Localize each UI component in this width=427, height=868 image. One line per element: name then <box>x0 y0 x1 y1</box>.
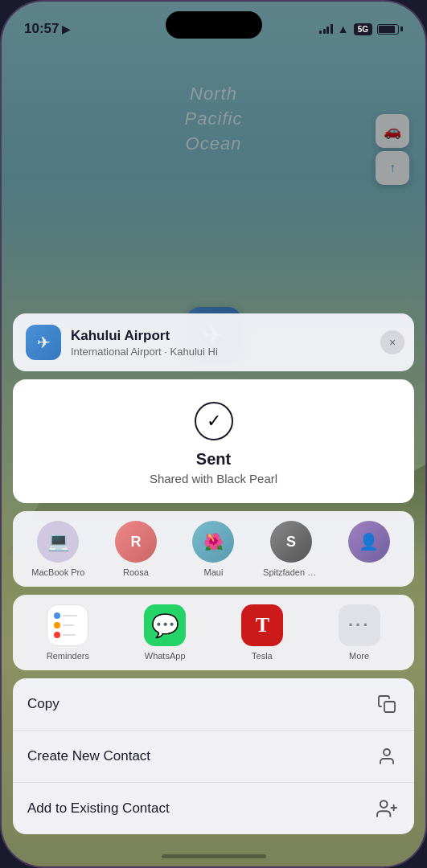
contact-name-spitz: Spitzfaden B... <box>263 567 319 577</box>
whatsapp-label: WhatsApp <box>145 651 186 661</box>
airport-subtitle: International Airport · Kahului Hi <box>71 346 218 358</box>
home-indicator <box>162 854 266 858</box>
contacts-row: 💻 MacBook Pro R Roosa 🌺 Maui S Spitzfade… <box>13 511 414 587</box>
create-contact-icon <box>374 743 400 769</box>
whatsapp-icon: 💬 <box>144 604 186 646</box>
copy-icon <box>374 691 400 717</box>
sent-checkmark-icon: ✓ <box>195 402 233 440</box>
contact-item-maui[interactable]: 🌺 Maui <box>185 521 241 577</box>
status-icons: ▲ 5G <box>319 23 403 35</box>
contact-item-spitz[interactable]: S Spitzfaden B... <box>263 521 319 577</box>
copy-label: Copy <box>27 696 60 712</box>
dynamic-island <box>166 11 262 39</box>
phone-frame: NorthPacificOcean 🚗 ↑ ✈ 10:57 ▶ ▲ 5G <box>0 0 427 868</box>
close-button[interactable]: × <box>380 330 404 354</box>
contact-item-macbook[interactable]: 💻 MacBook Pro <box>30 521 86 577</box>
contact-avatar-more: 👤 <box>348 521 390 563</box>
svg-rect-0 <box>384 702 395 712</box>
time-label: 10:57 <box>24 21 59 37</box>
tesla-label: Tesla <box>252 651 273 661</box>
contact-avatar-spitz: S <box>270 521 312 563</box>
app-item-more[interactable]: ··· More <box>331 604 388 661</box>
tesla-icon: T <box>241 604 283 646</box>
bottom-sheet: ✈ Kahului Airport International Airport … <box>2 313 425 866</box>
location-arrow-icon: ▶ <box>62 23 70 35</box>
airport-card: ✈ Kahului Airport International Airport … <box>13 313 414 371</box>
contact-name-macbook: MacBook Pro <box>31 567 84 577</box>
sent-title: Sent <box>196 450 231 469</box>
more-icon: ··· <box>339 604 380 646</box>
copy-action[interactable]: Copy <box>13 678 414 731</box>
airport-name: Kahului Airport <box>71 328 218 344</box>
contact-avatar-roosa: R <box>115 521 157 563</box>
contact-item-more[interactable]: 👤 ‌ <box>341 521 397 577</box>
create-contact-action[interactable]: Create New Contact <box>13 731 414 783</box>
contact-item-roosa[interactable]: R Roosa <box>108 521 164 577</box>
more-label: More <box>349 651 369 661</box>
signal-icon <box>319 24 333 34</box>
apps-row: Reminders 💬 WhatsApp T Tesla ··· More <box>13 595 414 670</box>
battery-icon: 5G <box>354 23 403 35</box>
reminders-label: Reminders <box>47 651 89 661</box>
create-contact-label: Create New Contact <box>27 748 150 764</box>
app-item-reminders[interactable]: Reminders <box>39 604 96 661</box>
add-contact-action[interactable]: Add to Existing Contact <box>13 783 414 834</box>
action-list: Copy Create New Contact <box>13 678 414 834</box>
contact-avatar-macbook: 💻 <box>37 521 79 563</box>
wifi-icon: ▲ <box>338 23 349 35</box>
contact-avatar-maui: 🌺 <box>192 521 234 563</box>
svg-point-2 <box>380 800 388 808</box>
sent-card: ✓ Sent Shared with Black Pearl <box>13 379 414 503</box>
app-item-whatsapp[interactable]: 💬 WhatsApp <box>137 604 193 661</box>
contact-name-maui: Maui <box>204 567 224 577</box>
add-contact-label: Add to Existing Contact <box>27 800 170 817</box>
airport-info: Kahului Airport International Airport · … <box>71 328 218 358</box>
svg-point-1 <box>384 749 390 755</box>
app-item-tesla[interactable]: T Tesla <box>234 604 290 661</box>
airport-card-icon: ✈ <box>26 325 61 360</box>
status-time: 10:57 ▶ <box>24 21 70 37</box>
contact-name-roosa: Roosa <box>123 567 149 577</box>
sent-subtitle: Shared with Black Pearl <box>150 472 277 485</box>
reminders-icon <box>47 604 88 646</box>
add-contact-icon <box>374 796 400 821</box>
